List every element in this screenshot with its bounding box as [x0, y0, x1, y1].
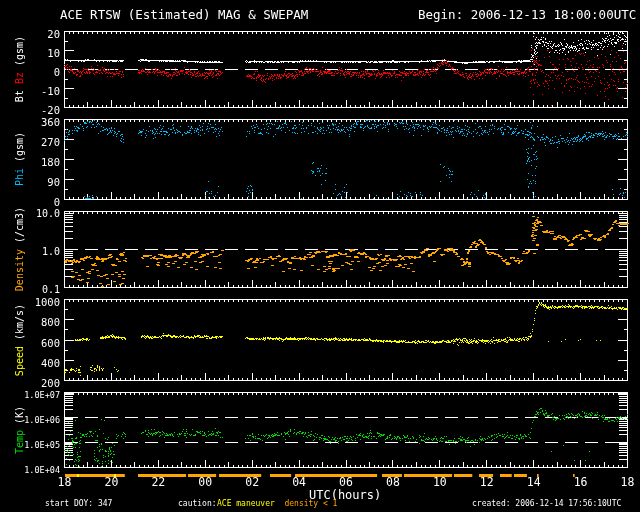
y-tick-label: 180	[0, 157, 60, 168]
y-tick-label: 1.0E+04	[0, 466, 60, 475]
y-tick-label: 1.0E+06	[0, 416, 60, 425]
x-tick-label: 18	[50, 477, 80, 489]
y-tick-label: 400	[0, 358, 60, 369]
begin-timestamp: Begin: 2006-12-13 18:00:00UTC	[418, 9, 636, 22]
legend-item: ACE maneuver	[217, 499, 284, 508]
x-tick-label: 16	[566, 477, 596, 489]
y-tick-label: 1000	[0, 297, 60, 308]
y-tick-label: 360	[0, 117, 60, 128]
y-tick-label: -20	[0, 105, 60, 116]
caution-label: caution:	[178, 500, 217, 508]
y-tick-label: 1.0E+07	[0, 391, 60, 400]
x-tick-label: 20	[96, 477, 126, 489]
x-tick-label: 14	[519, 477, 549, 489]
y-tick-label: 10.0	[0, 209, 60, 219]
y-tick-label: 10	[0, 48, 60, 59]
y-tick-label: 200	[0, 378, 60, 389]
x-tick-label: 10	[425, 477, 455, 489]
created-timestamp: created: 2006-12-14 17:56:10UTC	[472, 500, 621, 508]
x-tick-label: 04	[284, 477, 314, 489]
y-tick-label: 0	[0, 67, 60, 78]
x-tick-label: 18	[613, 477, 640, 489]
x-tick-label: 06	[331, 477, 361, 489]
y-tick-label: -10	[0, 86, 60, 97]
caution-legend: ACE maneuver density < 1	[217, 500, 337, 508]
x-tick-label: 12	[472, 477, 502, 489]
y-tick-label: 0.1	[0, 285, 60, 295]
y-tick-label: 90	[0, 177, 60, 188]
y-tick-label: 0	[0, 197, 60, 208]
x-tick-label: 00	[190, 477, 220, 489]
ace-rtsw-plot-screen: ACE RTSW (Estimated) MAG & SWEPAM Begin:…	[0, 0, 640, 512]
plot-canvas	[0, 0, 640, 512]
y-tick-label: 20	[0, 29, 60, 40]
plot-title: ACE RTSW (Estimated) MAG & SWEPAM	[60, 9, 308, 22]
y-tick-label: 270	[0, 137, 60, 148]
x-tick-label: 22	[143, 477, 173, 489]
y-tick-label: 1.0E+05	[0, 441, 60, 450]
y-tick-label: 800	[0, 317, 60, 328]
y-tick-label: 1.0	[0, 247, 60, 257]
x-tick-label: 08	[378, 477, 408, 489]
start-doy-label: start DOY: 347	[45, 500, 112, 508]
y-tick-label: 600	[0, 338, 60, 349]
legend-item: density < 1	[284, 499, 337, 508]
x-tick-label: 02	[237, 477, 267, 489]
